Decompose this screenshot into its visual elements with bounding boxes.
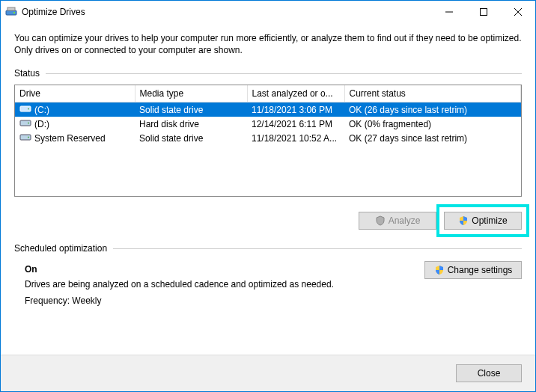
titlebar: Optimize Drives	[1, 1, 535, 23]
drive-last: 11/18/2021 3:06 PM	[247, 102, 344, 117]
optimize-label: Optimize	[472, 215, 507, 226]
status-section-label: Status	[14, 68, 522, 79]
drive-status: OK (26 days since last retrim)	[344, 102, 521, 117]
col-last[interactable]: Last analyzed or o...	[247, 85, 344, 102]
svg-rect-2	[7, 7, 15, 10]
optimize-button[interactable]: Optimize	[444, 212, 522, 230]
table-row[interactable]: (D:)Hard disk drive12/14/2021 6:11 PMOK …	[15, 117, 521, 131]
svg-point-8	[28, 108, 29, 110]
schedule-label: Scheduled optimization	[14, 243, 107, 254]
svg-point-10	[28, 123, 29, 124]
bottom-bar: Close	[1, 355, 535, 391]
drive-media: Solid state drive	[135, 102, 247, 117]
close-label: Close	[478, 368, 501, 379]
drive-status: OK (0% fragmented)	[344, 117, 521, 131]
schedule-body: Change settings On Drives are being anal…	[14, 264, 522, 306]
drives-table[interactable]: Drive Media type Last analyzed or o... C…	[14, 85, 522, 197]
drive-name: System Reserved	[34, 133, 106, 144]
svg-point-12	[28, 137, 29, 138]
action-buttons: Analyze Optimize	[14, 212, 522, 230]
drive-media: Hard disk drive	[135, 117, 247, 131]
change-settings-button[interactable]: Change settings	[424, 261, 522, 279]
analyze-button: Analyze	[359, 212, 436, 230]
svg-point-1	[13, 12, 15, 13]
minimize-button[interactable]	[432, 1, 466, 23]
drive-name: (D:)	[34, 119, 49, 129]
window-title: Optimize Drives	[22, 7, 432, 17]
drive-icon	[19, 132, 31, 144]
col-status[interactable]: Current status	[344, 85, 521, 102]
drive-last: 12/14/2021 6:11 PM	[247, 117, 344, 131]
shield-icon	[458, 215, 469, 226]
intro-text: You can optimize your drives to help you…	[14, 32, 522, 56]
status-label: Status	[14, 68, 40, 79]
analyze-label: Analyze	[389, 215, 421, 226]
change-settings-label: Change settings	[448, 265, 513, 275]
close-dialog-button[interactable]: Close	[456, 364, 522, 382]
svg-rect-4	[481, 9, 487, 16]
drive-status: OK (27 days since last retrim)	[344, 131, 521, 145]
col-media[interactable]: Media type	[135, 85, 247, 102]
optimize-drives-window: Optimize Drives You can optimize your dr…	[0, 0, 536, 392]
shield-icon	[375, 215, 386, 226]
content-area: You can optimize your drives to help you…	[1, 23, 535, 355]
divider	[113, 248, 522, 249]
table-row[interactable]: (C:)Solid state drive11/18/2021 3:06 PMO…	[15, 102, 521, 117]
schedule-section-label: Scheduled optimization	[14, 243, 522, 254]
drive-media: Solid state drive	[135, 131, 247, 145]
divider	[46, 73, 522, 74]
app-icon	[5, 6, 17, 18]
col-drive[interactable]: Drive	[15, 85, 135, 102]
maximize-button[interactable]	[466, 1, 501, 23]
drive-icon	[19, 104, 31, 115]
drive-name: (C:)	[34, 105, 49, 115]
close-button[interactable]	[501, 1, 535, 23]
table-row[interactable]: System ReservedSolid state drive11/18/20…	[15, 131, 521, 145]
drive-last: 11/18/2021 10:52 A...	[247, 131, 344, 145]
shield-icon	[434, 265, 445, 275]
schedule-freq: Frequency: Weekly	[25, 295, 522, 306]
schedule-desc: Drives are being analyzed on a scheduled…	[25, 279, 522, 290]
window-controls	[432, 1, 535, 23]
table-header-row: Drive Media type Last analyzed or o... C…	[15, 85, 521, 102]
drive-icon	[19, 118, 31, 129]
